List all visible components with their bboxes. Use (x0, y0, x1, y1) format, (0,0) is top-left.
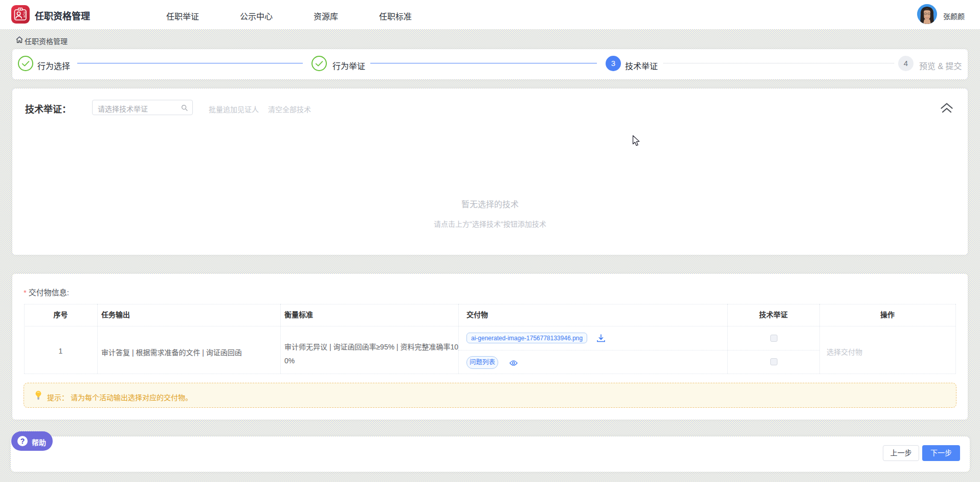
svg-text:RQM: RQM (23, 11, 26, 17)
